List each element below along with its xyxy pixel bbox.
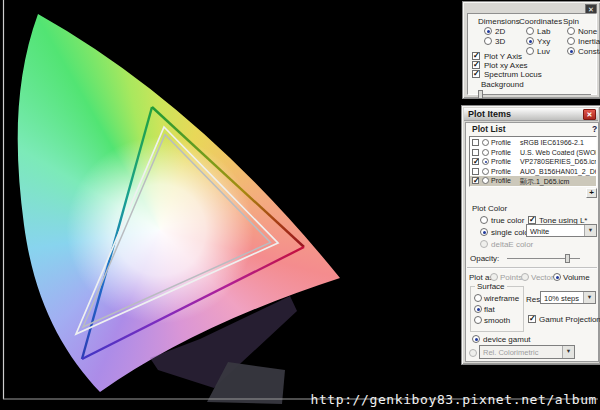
row-radio[interactable] [482,149,489,156]
plot-list-row[interactable]: ✓ Profile sRGB IEC61966-2.1 [470,138,596,148]
radio-spin-inertia-label: Inertia [578,37,600,46]
surface-group-label: Surface [475,282,507,291]
rendering-intent-value: Rel. Colorimetric [483,348,538,357]
plot-list-row-selected[interactable]: ✓ Profile 顯示.1_D65.icm [470,176,596,186]
add-profile-button[interactable]: + [586,188,597,198]
plot-color-label: Plot Color [472,204,507,213]
plot-items-title: Plot Items [468,109,511,119]
radio-2d-label: 2D [495,27,505,36]
radio-plot-as-vectors [521,273,529,281]
radio-true-color[interactable] [480,216,488,224]
row-checkbox[interactable]: ✓ [472,168,479,175]
radio-flat[interactable] [474,305,482,313]
checkbox-spectrum-locus-label: Spectrum Locus [484,70,542,79]
row-checkbox[interactable]: ✓ [472,139,479,146]
plot-items-panel: Plot Items ✕ Plot List ? ✓ Profile sRGB … [461,105,600,365]
checkbox-plot-xy-axes[interactable]: ✓ [472,61,480,69]
background-label: Background [481,80,524,89]
radio-rendering-intent [469,349,477,357]
row-checkbox[interactable]: ✓ [472,177,479,184]
gamut-triangle-green-red-edge [152,107,304,247]
radio-plot-as-volume-label: Volume [563,273,590,282]
plot-items-titlebar[interactable]: Plot Items [464,108,598,121]
radio-plot-as-points [490,273,498,281]
row-checkbox[interactable]: ✓ [472,158,479,165]
plot-list-row[interactable]: ✓ Profile AUO_B156HAN01_2_D65.icm [470,167,596,177]
row-profile-name: sRGB IEC61966-2.1 [520,139,584,146]
radio-wireframe[interactable] [474,294,482,302]
check-icon: ✓ [473,60,480,69]
row-profile-name: VP2780SERIES_D65.icm [520,158,597,165]
plot-list-row[interactable]: ✓ Profile VP2780SERIES_D65.icm [470,157,596,167]
row-profile-name: 顯示.1_D65.icm [520,177,569,187]
row-radio[interactable] [482,177,489,184]
radio-luv[interactable] [526,47,534,55]
radio-true-color-label: true color [491,216,524,225]
check-icon: ✓ [529,314,536,323]
row-radio[interactable] [482,158,489,165]
help-icon[interactable]: ? [592,125,597,134]
radio-spin-constant-label: Constant [578,47,600,56]
plot-list-label: Plot List [472,125,506,134]
gamut-triangle-green-blue-edge [82,107,152,359]
white-gamut-triangle-inner [83,135,271,328]
radio-spin-none[interactable] [567,27,575,35]
row-radio[interactable] [482,139,489,146]
background-slider-track[interactable] [479,94,591,95]
app-window: http://genkiboy83.pixnet.net/album ✕ Dim… [0,0,600,410]
chevron-down-icon: ▼ [562,346,574,358]
radio-smooth-label: smooth [484,316,510,325]
background-slider-thumb[interactable] [478,90,483,99]
view-options-body: Dimensions 2D 3D Coordinates Lab Yxy Luv… [467,13,597,95]
checkbox-gamut-projection[interactable]: ✓ [528,315,536,323]
radio-plot-as-volume[interactable] [553,273,561,281]
check-icon: ✓ [529,215,536,224]
opacity-slider-thumb[interactable] [565,254,570,263]
spin-group-label: Spin [563,17,579,26]
check-icon: ✓ [473,51,480,60]
radio-yxy-label: Yxy [537,37,550,46]
radio-lab[interactable] [526,27,534,35]
watermark-url: http://genkiboy83.pixnet.net/album [310,392,597,407]
row-type: Profile [491,158,511,165]
radio-yxy[interactable] [526,37,534,45]
single-color-value: White [530,227,549,236]
chevron-down-icon[interactable]: ▼ [584,225,596,236]
chevron-down-icon[interactable]: ▼ [583,292,595,303]
radio-deltae-color-label: deltaE color [491,240,533,249]
check-icon: ✓ [473,176,480,185]
view-options-panel: ✕ Dimensions 2D 3D Coordinates Lab Yxy L… [462,1,600,99]
checkbox-plot-xy-axes-label: Plot xy Axes [484,61,528,70]
radio-2d[interactable] [484,27,492,35]
radio-luv-label: Luv [537,47,550,56]
radio-3d[interactable] [484,37,492,45]
row-type: Profile [491,177,511,184]
radio-spin-constant[interactable] [567,47,575,55]
res-select[interactable]: 10% steps ▼ [540,291,596,304]
plot-items-body: Plot List ? ✓ Profile sRGB IEC61966-2.1 … [465,122,599,362]
plot-list-row[interactable]: ✓ Profile U.S. Web Coated (SWOP) v2 [470,148,596,158]
row-checkbox[interactable]: ✓ [472,149,479,156]
radio-device-gamut[interactable] [472,335,480,343]
check-icon: ✓ [473,157,480,166]
single-color-select[interactable]: White ▼ [526,224,597,237]
rendering-intent-select: Rel. Colorimetric ▼ [479,345,575,359]
row-profile-name: AUO_B156HAN01_2_D65.icm [520,168,597,175]
row-type: Profile [491,149,511,156]
section-divider [467,267,597,269]
radio-3d-label: 3D [495,37,505,46]
checkbox-tone-using-l[interactable]: ✓ [528,216,536,224]
row-radio[interactable] [482,168,489,175]
radio-wireframe-label: wireframe [484,294,519,303]
radio-smooth[interactable] [474,316,482,324]
coordinates-group-label: Coordinates [519,17,562,26]
row-profile-name: U.S. Web Coated (SWOP) v2 [520,149,597,156]
checkbox-spectrum-locus[interactable]: ✓ [472,70,480,78]
close-icon[interactable]: ✕ [583,109,596,120]
radio-spin-inertia[interactable] [567,37,575,45]
plot-list[interactable]: ✓ Profile sRGB IEC61966-2.1 ✓ Profile U.… [469,136,597,187]
dimensions-group-label: Dimensions [478,17,520,26]
checkbox-plot-y-axis[interactable]: ✓ [472,52,480,60]
radio-single-color[interactable] [480,228,488,236]
opacity-label: Opacity: [470,254,499,263]
